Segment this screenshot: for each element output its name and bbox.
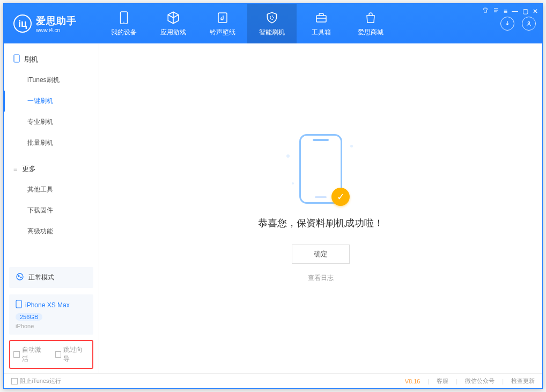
download-button[interactable] [500, 17, 514, 31]
svg-rect-5 [14, 55, 19, 62]
nav-my-device[interactable]: 我的设备 [99, 4, 149, 43]
checkbox-icon [11, 378, 18, 384]
cube-icon [166, 11, 180, 25]
toolbox-icon [314, 11, 328, 25]
nav-flash[interactable]: 智能刷机 [247, 4, 297, 43]
sidebar-group-label: 更多 [22, 164, 36, 174]
activation-options-highlighted: 自动激活 跳过向导 [9, 340, 93, 369]
phone-small-icon [13, 54, 20, 64]
sidebar-header-flash: 刷机 [4, 49, 99, 70]
shirt-icon[interactable] [482, 7, 489, 15]
checkbox-label: 自动激活 [22, 345, 48, 364]
phone-icon [117, 11, 131, 25]
success-illustration: ✓ [299, 134, 342, 204]
support-link[interactable]: 客服 [437, 377, 448, 385]
ok-button[interactable]: 确定 [292, 245, 350, 264]
nav-label: 铃声壁纸 [210, 28, 235, 37]
user-button[interactable] [522, 17, 536, 31]
logo-icon: iц [13, 14, 32, 33]
top-nav: 我的设备 应用游戏 铃声壁纸 智能刷机 工具箱 爱思商城 [99, 4, 395, 43]
checkbox-label: 跳过向导 [63, 345, 89, 364]
sidebar-item-firmware[interactable]: 下载固件 [4, 200, 99, 221]
check-update-link[interactable]: 检查更新 [511, 377, 535, 385]
nav-label: 工具箱 [312, 28, 331, 37]
logo-area: iц 爱思助手 www.i4.cn [4, 14, 99, 33]
checkbox-icon [13, 351, 20, 358]
mode-label: 正常模式 [28, 273, 54, 282]
device-name: iPhone XS Max [25, 301, 70, 309]
wechat-link[interactable]: 微信公众号 [465, 377, 495, 385]
svg-rect-9 [16, 300, 21, 308]
success-message: 恭喜您，保资料刷机成功啦！ [258, 217, 383, 230]
sidebar-section-flash: 刷机 iTunes刷机 一键刷机 专业刷机 批量刷机 [4, 43, 99, 153]
sidebar-header-more: ≡ 更多 [4, 159, 99, 179]
sidebar-group-label: 刷机 [24, 55, 38, 64]
checkbox-auto-activate[interactable]: 自动激活 [13, 345, 48, 364]
nav-ringtones[interactable]: 铃声壁纸 [198, 4, 247, 43]
main-content: ✓ 恭喜您，保资料刷机成功啦！ 确定 查看日志 [99, 43, 542, 373]
device-capacity: 256GB [16, 313, 42, 321]
checkbox-block-itunes[interactable]: 阻止iTunes运行 [11, 377, 61, 385]
checkbox-skip-guide[interactable]: 跳过向导 [55, 345, 90, 364]
sidebar-item-other[interactable]: 其他工具 [4, 179, 99, 200]
device-card[interactable]: iPhone XS Max 256GB iPhone [9, 294, 93, 335]
checkbox-label: 阻止iTunes运行 [20, 377, 61, 385]
sidebar-item-onekey[interactable]: 一键刷机 [4, 91, 99, 112]
svg-rect-2 [218, 13, 227, 23]
logo-text: 爱思助手 www.i4.cn [36, 14, 77, 33]
app-window: ≡ — ▢ ✕ iц 爱思助手 www.i4.cn 我的设备 应用游戏 铃声壁纸 [3, 3, 543, 389]
check-badge-icon: ✓ [331, 188, 350, 206]
footer-bar: 阻止iTunes运行 V8.16 | 客服 | 微信公众号 | 检查更新 [4, 373, 542, 388]
mode-icon [16, 272, 24, 283]
sidebar-item-advanced[interactable]: 高级功能 [4, 221, 99, 242]
sidebar-item-itunes[interactable]: iTunes刷机 [4, 70, 99, 91]
svg-point-7 [18, 276, 19, 277]
svg-rect-3 [316, 16, 326, 22]
nav-label: 智能刷机 [259, 28, 285, 37]
sidebar: 刷机 iTunes刷机 一键刷机 专业刷机 批量刷机 ≡ 更多 其他工具 下载固… [4, 43, 99, 373]
brand-domain: www.i4.cn [36, 27, 77, 33]
svg-point-8 [20, 277, 21, 278]
svg-point-4 [528, 22, 530, 24]
nav-label: 爱思商城 [358, 28, 383, 37]
nav-label: 我的设备 [111, 28, 137, 37]
header-right [500, 4, 536, 43]
device-small-icon [16, 300, 22, 310]
footer-right: V8.16 | 客服 | 微信公众号 | 检查更新 [405, 377, 535, 385]
view-log-link[interactable]: 查看日志 [308, 273, 334, 283]
sidebar-item-batch[interactable]: 批量刷机 [4, 132, 99, 153]
bag-icon [364, 11, 378, 25]
music-icon [216, 11, 230, 25]
body: 刷机 iTunes刷机 一键刷机 专业刷机 批量刷机 ≡ 更多 其他工具 下载固… [4, 43, 542, 373]
refresh-shield-icon [265, 11, 279, 25]
sidebar-item-pro[interactable]: 专业刷机 [4, 112, 99, 132]
list-icon[interactable] [493, 7, 499, 15]
svg-point-6 [17, 273, 23, 280]
device-type: iPhone [16, 323, 87, 329]
device-name-row: iPhone XS Max [16, 300, 87, 310]
brand-name: 爱思助手 [36, 14, 77, 27]
nav-label: 应用游戏 [160, 28, 186, 37]
svg-point-1 [123, 21, 124, 23]
nav-store[interactable]: 爱思商城 [346, 4, 395, 43]
version-label: V8.16 [405, 378, 420, 384]
nav-toolbox[interactable]: 工具箱 [297, 4, 346, 43]
mode-card[interactable]: 正常模式 [9, 267, 93, 288]
nav-apps[interactable]: 应用游戏 [149, 4, 198, 43]
footer-left: 阻止iTunes运行 [11, 377, 61, 385]
list-small-icon: ≡ [13, 165, 18, 173]
sidebar-section-more: ≡ 更多 其他工具 下载固件 高级功能 [4, 153, 99, 242]
header-bar: ≡ — ▢ ✕ iц 爱思助手 www.i4.cn 我的设备 应用游戏 铃声壁纸 [4, 4, 542, 43]
checkbox-icon [55, 351, 62, 358]
